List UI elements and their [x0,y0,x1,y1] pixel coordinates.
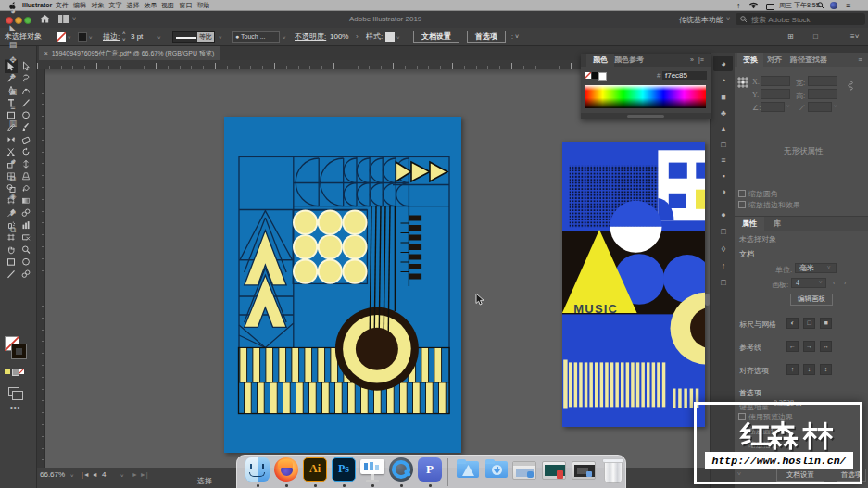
svg-text:MUSIC: MUSIC [573,302,618,316]
